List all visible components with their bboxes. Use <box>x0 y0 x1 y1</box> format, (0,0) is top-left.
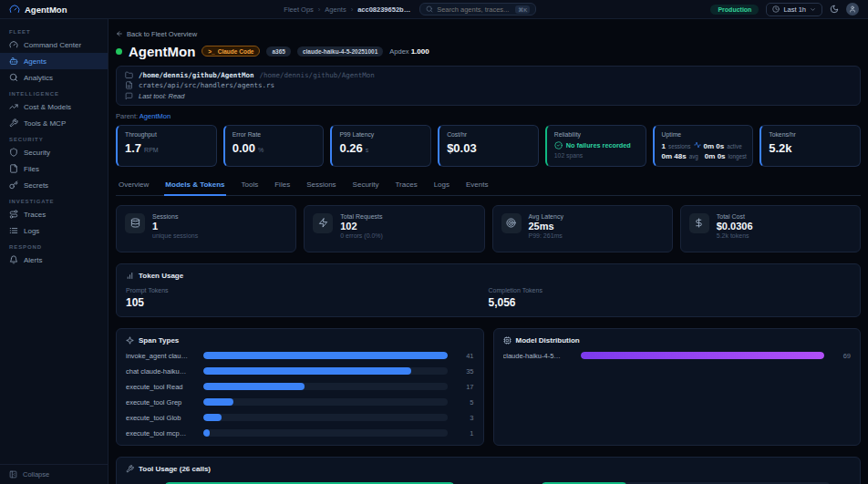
bar-track <box>203 398 448 406</box>
moon-icon <box>830 5 839 14</box>
sidebar-item-cost-models[interactable]: Cost & Models <box>0 98 108 115</box>
model-distribution-bars: claude-haiku-4-5…69 <box>503 352 852 360</box>
check-circle-icon <box>554 141 563 149</box>
parent-agent-link[interactable]: AgentMon <box>140 112 170 120</box>
bar-value: 3 <box>454 414 474 422</box>
sidebar-item-label: Cost & Models <box>24 103 71 111</box>
sidebar-item-command-center[interactable]: Command Center <box>0 36 108 53</box>
arrow-left-icon <box>116 30 123 37</box>
gauge-icon <box>9 40 18 49</box>
search-icon <box>426 5 433 13</box>
database-icon <box>130 218 140 228</box>
sidebar-item-analytics[interactable]: Analytics <box>0 69 108 86</box>
token-usage-title: Token Usage <box>139 272 183 280</box>
sidebar-item-logs[interactable]: Logs <box>0 222 108 239</box>
bar-track <box>203 414 448 421</box>
bar-row-chat-claude-haiku: chat claude-haiku…35 <box>126 367 474 376</box>
stat-sub: P99: 261ms <box>529 232 563 239</box>
sidebar-item-files[interactable]: Files <box>0 160 108 177</box>
wrench-icon <box>9 118 18 128</box>
breadcrumb-separator: › <box>351 5 354 14</box>
stat-label: Total Requests <box>340 213 383 220</box>
back-link[interactable]: Back to Fleet Overview <box>116 30 197 38</box>
model-distribution-title: Model Distribution <box>516 336 580 345</box>
activity-icon <box>694 141 701 149</box>
zap-icon <box>318 218 328 228</box>
environment-badge[interactable]: Production <box>710 5 759 15</box>
terminal-prompt-icon: >_ <box>208 48 214 55</box>
cwd-row: /home/dennis/github/AgentMon /home/denni… <box>125 71 852 79</box>
breadcrumb-item-fleet-ops[interactable]: Fleet Ops <box>284 5 314 14</box>
bot-icon <box>9 57 18 66</box>
sidebar-item-security[interactable]: Security <box>0 144 108 160</box>
sidebar-item-label: Traces <box>24 211 46 219</box>
sidebar-item-agents[interactable]: Agents <box>0 53 108 69</box>
stat-card-total-cost: Total Cost$0.03065.2k tokens <box>680 205 861 252</box>
tab-overview[interactable]: Overview <box>118 176 150 196</box>
tab-tools[interactable]: Tools <box>241 176 260 196</box>
sidebar-item-alerts[interactable]: Alerts <box>0 252 108 268</box>
tab-sessions[interactable]: Sessions <box>305 176 336 196</box>
bar-track <box>581 352 825 359</box>
agent-type-badge: >_ Claude Code <box>202 46 260 57</box>
file-text-icon <box>125 81 133 89</box>
bar-label: claude-haiku-4-5… <box>503 352 574 360</box>
agent-header: AgentMon >_ Claude Code a365 claude-haik… <box>116 44 861 59</box>
metric-card-tokens-hr: Tokens/hr 5.2k <box>760 125 861 167</box>
chevron-down-icon <box>810 6 816 13</box>
topbar-brand: AgentMon <box>9 4 109 15</box>
time-range-select[interactable]: Last 1h <box>766 3 822 16</box>
clock-icon <box>772 5 780 13</box>
search-input[interactable] <box>437 5 512 14</box>
tool-usage-title: Tool Usage (26 calls) <box>139 465 211 473</box>
check-circle-icon <box>554 141 563 149</box>
panel-collapse-icon <box>9 470 17 479</box>
cwd-path-secondary: /home/dennis/github/AgentMon <box>259 71 374 79</box>
breadcrumb-item-agents[interactable]: Agents <box>325 5 346 14</box>
stat-label: Avg Latency <box>529 213 563 220</box>
app-name: AgentMon <box>25 5 67 15</box>
tool-usage-bars: Read17Grep5 <box>126 475 851 484</box>
metric-card-p99-latency: P99 Latency 0.26s <box>330 125 431 167</box>
app-window: AgentMon Fleet Ops›Agents›acc08239652b… … <box>0 0 868 484</box>
clock-icon <box>772 5 780 13</box>
sidebar-item-secrets[interactable]: Secrets <box>0 177 108 193</box>
breadcrumb-item-acc08239652b[interactable]: acc08239652b… <box>357 5 410 14</box>
tab-files[interactable]: Files <box>274 176 291 196</box>
stat-sub: 5.2k tokens <box>717 232 753 239</box>
bar-row-execute-tool-glob: execute_tool Glob3 <box>126 414 474 422</box>
apdex-score: Apdex1.000 <box>389 47 429 56</box>
metrics-row: Throughput 1.7RPM Error Rate 0.00% P99 L… <box>116 125 861 167</box>
stat-value: 1 <box>152 221 198 232</box>
metric-card-uptime: Uptime 1 sessions 0m 0s active 0m 48s av… <box>653 125 754 167</box>
agent-tag-badge: a365 <box>266 46 290 57</box>
bar-fill <box>203 429 210 437</box>
sidebar-section-investigate: Investigate <box>0 193 108 206</box>
tab-security[interactable]: Security <box>352 176 380 196</box>
tab-models-tokens[interactable]: Models & Tokens <box>164 176 225 196</box>
bar-fill <box>203 352 448 359</box>
theme-toggle-button[interactable] <box>830 5 839 14</box>
bar-label: invoke_agent clau… <box>126 352 197 360</box>
bar-chart-icon <box>126 272 134 280</box>
bar-value: 17 <box>454 383 474 391</box>
shield-icon <box>9 148 18 157</box>
search-box[interactable]: ⌘K <box>419 3 536 15</box>
breadcrumb-separator: › <box>318 5 321 14</box>
sidebar-item-tools-mcp[interactable]: Tools & MCP <box>0 115 108 131</box>
sidebar-item-traces[interactable]: Traces <box>0 206 108 222</box>
bar-fill <box>581 352 825 359</box>
tab-events[interactable]: Events <box>465 176 489 196</box>
user-avatar[interactable] <box>846 3 859 15</box>
sidebar-collapse-button[interactable]: Collapse <box>0 464 108 484</box>
tab-logs[interactable]: Logs <box>433 176 450 196</box>
sidebar-spacer <box>0 268 108 464</box>
search-shortcut-badge: ⌘K <box>515 5 530 14</box>
sidebar-item-label: Security <box>24 149 50 157</box>
stat-card-avg-latency: Avg Latency25msP99: 261ms <box>492 205 673 252</box>
key-icon <box>9 180 18 190</box>
bar-label: execute_tool mcp… <box>126 429 197 438</box>
folder-icon <box>125 71 133 79</box>
tab-traces[interactable]: Traces <box>395 176 418 196</box>
shell: FleetCommand CenterAgentsAnalyticsIntell… <box>0 19 868 484</box>
